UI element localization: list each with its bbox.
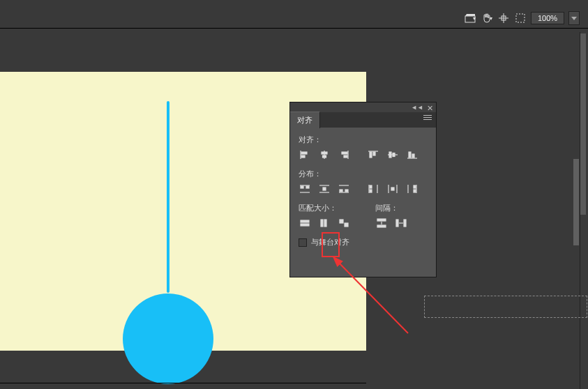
- svg-rect-36: [370, 190, 372, 192]
- svg-rect-13: [344, 155, 347, 158]
- label-distribute: 分布：: [299, 169, 428, 179]
- label-spacing: 间隔：: [375, 203, 407, 213]
- svg-rect-24: [301, 186, 303, 188]
- bottom-divider: [0, 383, 366, 383]
- panel-body: 对齐： 分布：: [290, 128, 436, 253]
- svg-rect-46: [301, 224, 309, 226]
- match-both-button[interactable]: [338, 218, 350, 229]
- distribute-top-button[interactable]: [299, 183, 311, 194]
- svg-rect-53: [377, 225, 386, 227]
- zoom-input[interactable]: 100%: [531, 12, 564, 24]
- svg-rect-15: [370, 152, 372, 158]
- crosshair-icon[interactable]: [497, 12, 510, 24]
- distribute-bottom-button[interactable]: [338, 183, 350, 194]
- svg-rect-28: [323, 188, 326, 190]
- svg-rect-16: [373, 152, 375, 155]
- svg-rect-39: [391, 188, 394, 190]
- svg-rect-48: [324, 220, 326, 227]
- svg-rect-50: [345, 223, 348, 227]
- svg-rect-42: [414, 185, 416, 188]
- svg-rect-45: [301, 220, 309, 222]
- annotation-highlight: [322, 232, 340, 257]
- distribute-right-button[interactable]: [406, 183, 419, 194]
- svg-rect-22: [412, 154, 414, 158]
- align-hcenter-button[interactable]: [318, 149, 331, 160]
- bounds-icon[interactable]: [514, 12, 527, 24]
- hand-icon[interactable]: ▾: [481, 12, 493, 24]
- zoom-dropdown[interactable]: [568, 11, 580, 25]
- svg-rect-6: [301, 152, 307, 154]
- tab-align[interactable]: 对齐: [290, 112, 320, 128]
- svg-rect-19: [393, 153, 395, 157]
- svg-rect-51: [377, 219, 386, 221]
- stage-align-checkbox[interactable]: [299, 238, 307, 247]
- svg-rect-31: [340, 190, 342, 192]
- match-height-button[interactable]: [318, 218, 331, 229]
- top-toolbar: ▾ ▾ 100%: [464, 10, 588, 26]
- svg-rect-32: [345, 190, 348, 192]
- align-vcenter-button[interactable]: [386, 149, 399, 160]
- match-width-button[interactable]: [299, 218, 311, 229]
- align-panel: ◄◄ ✕ 对齐 对齐： 分布：: [289, 102, 437, 277]
- selection-marquee: [424, 296, 587, 318]
- distribute-hcenter-button[interactable]: [386, 183, 399, 194]
- panel-tabbar: 对齐: [290, 112, 436, 128]
- svg-rect-10: [323, 155, 326, 158]
- line-shape[interactable]: [167, 101, 169, 293]
- svg-rect-21: [409, 152, 411, 158]
- svg-rect-56: [404, 220, 406, 227]
- svg-rect-7: [301, 155, 305, 158]
- right-scrollbar[interactable]: [580, 32, 587, 389]
- distribute-vcenter-button[interactable]: [318, 183, 331, 194]
- svg-rect-43: [414, 190, 416, 192]
- align-top-button[interactable]: [367, 149, 379, 160]
- label-align: 对齐：: [299, 135, 428, 145]
- svg-rect-25: [306, 186, 309, 188]
- svg-rect-18: [389, 152, 391, 158]
- align-right-button[interactable]: [338, 149, 350, 160]
- svg-rect-54: [396, 220, 398, 227]
- svg-rect-9: [322, 152, 327, 154]
- toolbar-divider: [0, 28, 588, 29]
- stage-align-row: 与舞台对齐: [299, 237, 428, 247]
- svg-rect-49: [340, 220, 343, 223]
- svg-rect-35: [370, 185, 372, 188]
- align-bottom-button[interactable]: [406, 149, 419, 160]
- space-v-button[interactable]: [375, 218, 388, 229]
- distribute-left-button[interactable]: [367, 183, 379, 194]
- svg-rect-4: [516, 14, 525, 22]
- panel-gripper[interactable]: ◄◄ ✕: [290, 102, 436, 112]
- align-left-button[interactable]: [299, 149, 311, 160]
- space-h-button[interactable]: [395, 218, 407, 229]
- panel-menu-icon[interactable]: [423, 115, 432, 120]
- circle-shape[interactable]: [123, 293, 213, 384]
- svg-rect-47: [321, 220, 323, 227]
- label-match: 匹配大小：: [299, 203, 350, 213]
- right-panel-tab[interactable]: [573, 159, 579, 245]
- clapper-icon[interactable]: ▾: [464, 12, 476, 24]
- collapse-icon[interactable]: ◄◄: [411, 104, 423, 111]
- svg-rect-12: [342, 152, 347, 154]
